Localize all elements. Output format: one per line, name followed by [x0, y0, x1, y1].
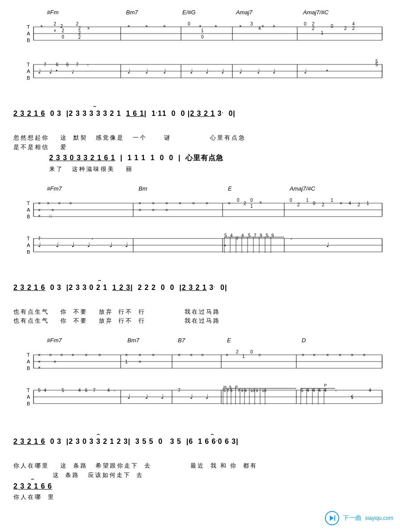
svg-text:×: ×	[228, 201, 231, 206]
svg-text:♩: ♩	[87, 241, 90, 248]
svg-text:1: 1	[306, 198, 309, 203]
svg-text:×: ×	[152, 353, 155, 358]
svg-text:×: ×	[273, 24, 275, 29]
lyric-line-2a: 也有点生气 你 不要 放弃 行不 行 我在过马路	[13, 307, 387, 317]
svg-text:B: B	[27, 401, 30, 406]
svg-text:4: 4	[369, 388, 371, 393]
notation-line-1b: 2 3 3 0 3 3 2 1 6 1 | 1 1 1 1 0 0 | 心里有点…	[49, 152, 387, 165]
svg-text:2: 2	[344, 26, 347, 31]
lyric-line-1c: 来了 这种滋味很美 丽	[49, 165, 387, 174]
svg-text:7: 7	[76, 62, 79, 67]
svg-text:×: ×	[38, 213, 41, 218]
svg-text:5: 5	[62, 388, 64, 393]
svg-text:4: 4	[324, 388, 327, 393]
notation-block-3: 2 3 2 1 6 0 3 |⌢2 3 0 3 3 2 1 2 3| 3 5 5…	[13, 422, 387, 502]
notation-text: 2 3 2 1 6 0 3 |⌢2 3 3 3 3 3 2 1 1 6 1| 1…	[13, 110, 236, 117]
tab-svg-2a: T A B × × × × × × × □	[13, 195, 387, 229]
svg-text:B: B	[27, 214, 30, 219]
notation-block-2: 2 3 2 1 6 0 3 |⌢2 3 3 0 2 1 1 2 3| 2 2 2…	[13, 268, 387, 326]
svg-text:6: 6	[56, 62, 59, 67]
tab-staff-1b: T A B 7 6 6 7 - ♩ ♩	[13, 56, 387, 92]
svg-text:2: 2	[236, 349, 239, 354]
chord-row-1: #Fm Bm7 E/#G Amaj7 Amaj7/#C	[13, 9, 387, 18]
svg-text:A: A	[27, 243, 30, 248]
svg-text:×: ×	[179, 201, 181, 206]
svg-text:A: A	[27, 31, 30, 36]
svg-text:×: ×	[139, 201, 141, 206]
svg-text:T: T	[27, 62, 30, 67]
svg-text:T: T	[27, 387, 30, 393]
lyric-line-3a: 你人在哪里 这 条路 希望跟你走下 去 最近 我 和 你 都有	[13, 461, 387, 471]
svg-text:×: ×	[40, 24, 43, 29]
svg-text:4: 4	[78, 388, 81, 393]
svg-text:♩: ♩	[145, 393, 148, 400]
svg-text:×: ×	[47, 201, 50, 206]
svg-text:2: 2	[78, 35, 81, 40]
svg-text:A: A	[27, 68, 30, 74]
chord-row-3: #Fm7 Bm7 B7 E D	[13, 337, 387, 346]
svg-text:×: ×	[363, 353, 366, 358]
svg-text:1: 1	[201, 28, 204, 33]
svg-text:×: ×	[258, 353, 261, 358]
svg-text:4: 4	[307, 388, 309, 393]
svg-text:×: ×	[72, 353, 74, 358]
svg-text:4: 4	[312, 388, 315, 393]
svg-text:2: 2	[244, 201, 246, 206]
tab-staff-1a: T A B × 2 2 2 0 ×	[13, 19, 387, 56]
svg-text:×: ×	[87, 26, 90, 31]
svg-text:2: 2	[312, 26, 315, 31]
svg-text:0: 0	[188, 21, 190, 26]
svg-text:1: 1	[250, 204, 253, 209]
tab-staff-2a: T A B × × × × × × × □	[13, 195, 387, 230]
svg-text:•: •	[326, 68, 328, 73]
svg-text:♩: ♩	[38, 241, 41, 248]
svg-text:T: T	[27, 236, 30, 241]
chord-label: B7	[178, 337, 185, 344]
svg-text:×: ×	[302, 353, 304, 358]
chord-label: Bm	[139, 185, 147, 192]
svg-text:1: 1	[321, 30, 324, 35]
svg-text:×: ×	[69, 201, 72, 206]
svg-text:♩: ♩	[127, 393, 131, 400]
svg-text:4: 4	[318, 388, 321, 393]
svg-text:×: ×	[259, 200, 262, 205]
svg-text:B: B	[27, 249, 30, 255]
svg-text:×: ×	[54, 28, 56, 33]
svg-text:×: ×	[38, 208, 41, 213]
svg-text:♩: ♩	[145, 68, 148, 75]
svg-text:♩: ♩	[273, 68, 276, 75]
lyric-line-3c: 你人在哪 里	[13, 493, 387, 502]
svg-text:×: ×	[38, 359, 41, 364]
svg-text:♩: ♩	[163, 68, 166, 75]
svg-text:B: B	[27, 75, 30, 81]
notation-line-3: 2 3 2 1 6 0 3 |⌢2 3 0 3 3 2 1 2 3| 3 5 5…	[13, 422, 387, 461]
svg-text:×: ×	[215, 24, 217, 29]
svg-text:□: □	[49, 214, 52, 218]
svg-text:♩: ♩	[72, 68, 74, 75]
svg-text:0: 0	[304, 21, 307, 26]
svg-text:×: ×	[261, 24, 264, 29]
svg-text:2: 2	[322, 202, 324, 207]
chord-label: Amaj7	[236, 9, 253, 16]
tab-staff-3b: T A B 5 4 5 4 6 7 4 -	[13, 382, 387, 420]
tab-svg-2b: T A B 7 - ♩ ♩ ♩ ♩ ♩ ♩	[13, 230, 387, 264]
chord-label: E	[228, 185, 232, 192]
chord-label: D	[302, 337, 306, 344]
svg-text:2: 2	[312, 21, 315, 26]
svg-text:•: •	[351, 394, 353, 399]
svg-text:♩: ♩	[239, 68, 242, 75]
svg-text:-: -	[87, 62, 88, 67]
svg-text:×: ×	[178, 353, 181, 358]
svg-text:4: 4	[44, 388, 46, 393]
next-song-label: 下一曲	[343, 514, 362, 522]
svg-text:1: 1	[242, 354, 245, 359]
chord-label: #Fm7	[47, 185, 62, 192]
svg-text:×: ×	[313, 353, 316, 358]
play-next-button[interactable]	[325, 511, 339, 525]
svg-text:×: ×	[152, 201, 155, 206]
chord-label: E	[227, 337, 231, 344]
svg-text:0: 0	[331, 24, 333, 29]
svg-marker-263	[330, 515, 334, 521]
svg-text:2: 2	[297, 202, 300, 207]
svg-text:7: 7	[38, 236, 41, 241]
